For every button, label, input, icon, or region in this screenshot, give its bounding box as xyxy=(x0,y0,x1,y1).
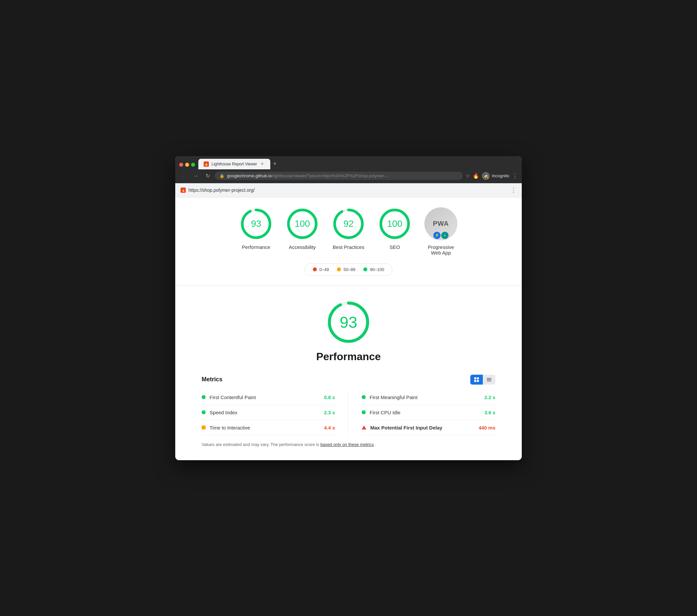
url-bar-content: 🔥 https://shop.polymer-project.org/ xyxy=(180,188,255,193)
score-item-seo[interactable]: 100 SEO xyxy=(378,207,411,250)
url-bar: 🔥 https://shop.polymer-project.org/ ⋮ xyxy=(175,183,522,197)
metrics-note-link[interactable]: based only on these metrics xyxy=(321,442,374,447)
address-text: googlechrome.github.io/lighthouse/viewer… xyxy=(227,173,389,178)
tti-status-square xyxy=(202,426,206,429)
si-status-dot xyxy=(202,410,206,414)
reload-button[interactable]: ↻ xyxy=(203,171,212,180)
close-button[interactable] xyxy=(179,163,183,167)
minimize-button[interactable] xyxy=(185,163,189,167)
fid-name: Max Potential First Input Delay xyxy=(370,425,475,430)
score-item-accessibility[interactable]: 100 Accessibility xyxy=(286,207,319,250)
pwa-badge-lightning: ⚡ xyxy=(433,232,441,239)
active-tab[interactable]: 🔥 Lighthouse Report Viewer ✕ xyxy=(198,159,270,170)
address-bar[interactable]: 🔒 googlechrome.github.io/lighthouse/view… xyxy=(215,172,463,180)
svg-rect-10 xyxy=(474,377,476,379)
fmp-name: First Meaningful Paint xyxy=(370,395,480,400)
pwa-text-icon: PWA xyxy=(433,220,449,228)
legend-pass-label: 90–100 xyxy=(370,267,384,272)
metric-fcp: First Contentful Paint 0.8 s xyxy=(202,390,335,405)
fci-status-dot xyxy=(362,410,366,414)
legend-average: 50–89 xyxy=(337,267,355,272)
incognito-label: Incognito xyxy=(492,173,509,178)
legend-fail: 0–49 xyxy=(313,267,329,272)
new-tab-button[interactable]: + xyxy=(270,159,280,169)
metric-fci: First CPU Idle 3.6 s xyxy=(362,405,495,420)
tti-name: Time to Interactive xyxy=(210,425,320,430)
incognito-avatar-icon: 🕵 xyxy=(482,172,490,180)
metrics-note-end: . xyxy=(375,442,376,447)
score-item-best-practices[interactable]: 92 Best Practices xyxy=(332,207,365,250)
list-view-icon xyxy=(487,378,491,381)
browser-menu-button[interactable]: ⋮ xyxy=(512,172,518,180)
url-bar-more-button[interactable]: ⋮ xyxy=(510,187,517,194)
forward-button[interactable]: → xyxy=(191,171,200,180)
metrics-left-column: First Contentful Paint 0.8 s Speed Index… xyxy=(202,390,348,436)
legend: 0–49 50–89 90–100 xyxy=(189,263,508,276)
pwa-badges: ⚡ + xyxy=(433,232,448,239)
pwa-circle: PWA ⚡ + xyxy=(425,207,457,240)
address-path: /lighthouse/viewer/?psiurl=https%3A%2F%2… xyxy=(272,173,389,178)
lock-icon: 🔒 xyxy=(220,174,224,178)
svg-rect-12 xyxy=(474,380,476,382)
best-practices-circle: 92 xyxy=(332,207,365,240)
metrics-note-text: Values are estimated and may vary. The p… xyxy=(202,442,319,447)
tab-close-button[interactable]: ✕ xyxy=(260,161,265,167)
address-actions: ☆ 🔥 🕵 Incognito ⋮ xyxy=(465,172,518,180)
address-bar-row: ← → ↻ 🔒 googlechrome.github.io/lighthous… xyxy=(175,170,522,183)
fid-status-triangle xyxy=(362,426,366,429)
browser-chrome: 🔥 Lighthouse Report Viewer ✕ + ← → ↻ 🔒 g… xyxy=(175,156,522,183)
maximize-button[interactable] xyxy=(191,163,195,167)
incognito-badge: 🕵 Incognito xyxy=(482,172,509,180)
si-name: Speed Index xyxy=(210,410,320,415)
fci-name: First CPU Idle xyxy=(370,410,480,415)
metrics-title: Metrics xyxy=(202,376,222,383)
svg-rect-13 xyxy=(477,380,479,382)
seo-label: SEO xyxy=(389,244,400,250)
metrics-header: Metrics xyxy=(202,375,495,385)
legend-pass-dot xyxy=(364,267,367,272)
svg-rect-11 xyxy=(477,377,479,379)
fmp-value: 2.2 s xyxy=(485,395,495,400)
fci-value: 3.6 s xyxy=(485,410,495,415)
metric-fmp: First Meaningful Paint 2.2 s xyxy=(362,390,495,405)
tab-bar-inner: 🔥 Lighthouse Report Viewer ✕ + xyxy=(198,159,519,170)
pwa-label: ProgressiveWeb App xyxy=(428,244,454,255)
pwa-badge-plus: + xyxy=(441,232,448,239)
metric-si: Speed Index 2.3 s xyxy=(202,405,335,420)
scores-row: 93 Performance 100 Accessibility xyxy=(189,207,508,255)
accessibility-score: 100 xyxy=(295,219,310,229)
accessibility-circle: 100 xyxy=(286,207,319,240)
score-item-pwa[interactable]: PWA ⚡ + ProgressiveWeb App xyxy=(425,207,457,255)
detail-score-circle: 93 xyxy=(325,299,372,345)
tab-title: Lighthouse Report Viewer xyxy=(211,162,257,166)
detail-section: 93 Performance Metrics xyxy=(175,286,522,460)
fcp-status-dot xyxy=(202,395,206,399)
seo-score: 100 xyxy=(387,219,403,229)
score-item-performance[interactable]: 93 Performance xyxy=(240,207,272,250)
bookmark-icon[interactable]: ☆ xyxy=(465,173,470,179)
back-button[interactable]: ← xyxy=(179,171,189,180)
list-view-button[interactable] xyxy=(483,375,495,385)
detail-title: Performance xyxy=(316,351,381,363)
url-bar-text: https://shop.polymer-project.org/ xyxy=(189,188,255,193)
tab-bar: 🔥 Lighthouse Report Viewer ✕ + xyxy=(175,156,522,170)
fcp-value: 0.8 s xyxy=(324,395,335,400)
detail-score-number: 93 xyxy=(340,313,357,331)
address-domain: googlechrome.github.io xyxy=(227,173,272,178)
seo-circle: 100 xyxy=(378,207,411,240)
fid-value: 440 ms xyxy=(478,425,495,430)
browser-window: 🔥 Lighthouse Report Viewer ✕ + ← → ↻ 🔒 g… xyxy=(175,156,522,460)
metric-fid: Max Potential First Input Delay 440 ms xyxy=(362,420,495,436)
performance-score: 93 xyxy=(251,219,261,229)
main-content: 93 Performance 100 Accessibility xyxy=(175,197,522,460)
metrics-section: Metrics xyxy=(202,375,495,447)
metric-tti: Time to Interactive 4.4 s xyxy=(202,420,335,436)
legend-pass: 90–100 xyxy=(364,267,384,272)
tti-value: 4.4 s xyxy=(324,425,335,430)
grid-view-button[interactable] xyxy=(470,375,483,385)
performance-circle: 93 xyxy=(240,207,272,240)
tab-favicon-icon: 🔥 xyxy=(204,161,209,167)
extension-icon[interactable]: 🔥 xyxy=(473,173,479,179)
window-controls xyxy=(178,163,198,170)
fcp-name: First Contentful Paint xyxy=(210,395,320,400)
